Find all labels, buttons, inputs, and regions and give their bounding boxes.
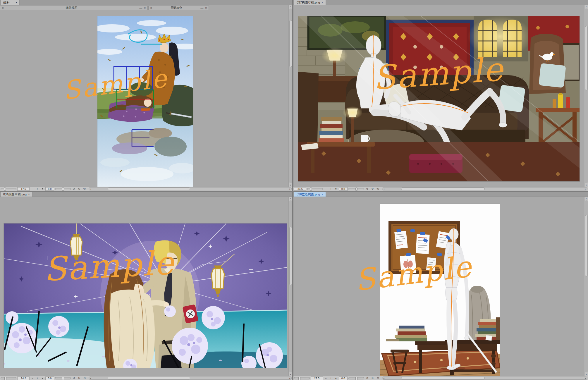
rotate-cw-button[interactable]: ↻ (77, 187, 81, 190)
document-tab-034[interactable]: 034氛围草稿.png × (1, 192, 32, 197)
scroll-up-icon[interactable]: ▴ (586, 197, 587, 200)
zoom-value[interactable]: 34.5 (294, 187, 306, 191)
scroll-right-icon[interactable]: ▸ (584, 377, 587, 379)
horizontal-scrollbar[interactable]: ◂ ▸ (382, 376, 587, 380)
close-tab-icon[interactable]: × (28, 193, 30, 196)
fit-to-screen-button[interactable]: ■ (334, 376, 338, 380)
zoom-in-button[interactable]: + (329, 376, 333, 380)
close-tab-icon[interactable]: × (321, 193, 323, 196)
zoom-value[interactable]: 24.2 (17, 376, 30, 380)
document-tab-036-active[interactable]: 036立绘构图.png × (294, 192, 326, 197)
panel-title: 辅助视图 (6, 6, 137, 10)
fit-to-screen-button[interactable]: ■ (40, 187, 44, 191)
floating-panel-reference[interactable]: ≡ 圣诞舞会 — × (148, 6, 209, 10)
fit-to-screen-button[interactable]: ■ (40, 376, 44, 380)
close-icon[interactable]: × (205, 6, 207, 10)
zoom-value[interactable]: 17.6 (17, 187, 30, 191)
horizontal-scrollbar[interactable]: ◂ ▸ (89, 376, 292, 380)
scroll-left-icon[interactable]: ◂ (382, 377, 385, 379)
navigation-bar: 17.6 − + ■ 0.0 ↺ ↻ ⟲ ◂ ▸ (0, 187, 292, 191)
scroll-up-icon[interactable]: ▴ (290, 5, 291, 8)
vertical-scrollbar[interactable]: ▴ ▾ (288, 5, 292, 187)
scroll-left-icon[interactable]: ◂ (382, 188, 385, 190)
zoom-slider[interactable] (1, 377, 16, 379)
horizontal-scrollbar[interactable]: ◂ ▸ (382, 187, 587, 190)
wooden-chair (298, 72, 319, 144)
artwork-3d-couch-scene (298, 16, 580, 181)
scroll-right-icon[interactable]: ▸ (288, 377, 291, 379)
artwork-canvas (298, 16, 580, 181)
zoom-slider[interactable] (307, 188, 323, 190)
navigation-bar: 27.5 − + ■ 0.0 ↺ ↻ ⟲ ◂ ▸ (293, 376, 588, 380)
artwork-canvas (380, 204, 500, 376)
artwork-canvas (4, 223, 287, 368)
zoom-out-button[interactable]: − (324, 376, 328, 380)
fit-to-screen-button[interactable]: ■ (334, 187, 338, 191)
scroll-down-icon[interactable]: ▾ (586, 373, 587, 376)
scroll-right-icon[interactable]: ▸ (288, 188, 291, 190)
document-tab-bar: 035* ● (0, 0, 292, 5)
menu-icon[interactable]: ≡ (150, 6, 152, 10)
rotation-value[interactable]: 0.0 (45, 376, 54, 380)
zoom-value[interactable]: 27.5 (311, 376, 323, 380)
canvas-area[interactable]: Sample (293, 5, 584, 187)
reset-rotation-button[interactable]: ⟲ (376, 187, 380, 190)
zoom-slider[interactable] (1, 188, 16, 190)
document-tab-035[interactable]: 035* ● (1, 0, 20, 5)
zoom-out-button[interactable]: − (324, 187, 328, 191)
rotate-ccw-button[interactable]: ↺ (365, 376, 369, 380)
minimize-icon[interactable]: — (139, 6, 142, 10)
rotate-cw-button[interactable]: ↻ (77, 376, 81, 380)
document-tab-037[interactable]: 037构图草稿.png × (294, 0, 326, 5)
canvas-area[interactable]: Sample (0, 197, 288, 376)
scroll-right-icon[interactable]: ▸ (584, 188, 587, 190)
panel-title: 圣诞舞会 (154, 6, 199, 10)
artwork-canvas (97, 16, 193, 187)
zoom-slider[interactable] (294, 377, 310, 379)
minimize-icon[interactable]: — (200, 6, 203, 10)
close-tab-icon[interactable]: × (321, 1, 323, 4)
reset-rotation-button[interactable]: ⟲ (82, 187, 87, 190)
zoom-in-button[interactable]: + (329, 187, 333, 191)
scroll-left-icon[interactable]: ◂ (89, 188, 92, 190)
rotate-cw-button[interactable]: ↻ (370, 187, 375, 190)
reset-rotation-button[interactable]: ⟲ (376, 376, 380, 380)
canvas-area[interactable]: Sample (0, 5, 288, 187)
scroll-up-icon[interactable]: ▴ (290, 197, 291, 200)
menu-icon[interactable]: ≡ (2, 6, 4, 10)
zoom-in-button[interactable]: + (35, 187, 39, 191)
rotate-cw-button[interactable]: ↻ (370, 376, 375, 380)
scroll-up-icon[interactable]: ▴ (586, 5, 587, 8)
rotation-value[interactable]: 0.0 (45, 187, 54, 191)
close-icon[interactable]: × (144, 6, 146, 10)
reset-rotation-button[interactable]: ⟲ (82, 376, 87, 380)
scroll-down-icon[interactable]: ▾ (290, 183, 291, 187)
rotation-value[interactable]: 0.0 (339, 187, 348, 191)
vertical-scrollbar[interactable]: ▴ ▾ (288, 197, 292, 376)
rotation-value[interactable]: 0.0 (339, 376, 348, 380)
zoom-out-button[interactable]: − (30, 187, 35, 191)
tab-label: 034氛围草稿.png (3, 192, 27, 197)
rotation-slider[interactable] (55, 377, 71, 379)
zoom-in-button[interactable]: + (35, 376, 39, 380)
document-tab-bar: 037构图草稿.png × (293, 0, 588, 5)
scroll-left-icon[interactable]: ◂ (89, 377, 92, 379)
horizontal-scrollbar[interactable]: ◂ ▸ (89, 187, 292, 190)
rotation-slider[interactable] (348, 188, 364, 190)
vertical-scrollbar[interactable]: ▴ ▾ (584, 5, 588, 187)
stained-glass-windows (468, 16, 532, 61)
rotate-ccw-button[interactable]: ↺ (72, 187, 76, 190)
tab-label: 035* (3, 1, 10, 4)
rotation-slider[interactable] (348, 377, 364, 379)
zoom-out-button[interactable]: − (30, 376, 35, 380)
canvas-pane-top-left: 035* ● ≡ 辅助视图 — × ≡ 圣诞舞会 — × (0, 0, 292, 191)
scroll-down-icon[interactable]: ▾ (586, 183, 587, 187)
vertical-scrollbar[interactable]: ▴ ▾ (584, 197, 588, 376)
canvas-area[interactable]: Sample (293, 197, 584, 376)
rotation-slider[interactable] (55, 188, 71, 190)
canvas-pane-bottom-right: 036立绘构图.png × (293, 192, 588, 380)
floating-panel-subview[interactable]: ≡ 辅助视图 — × (0, 6, 148, 10)
rotate-ccw-button[interactable]: ↺ (72, 376, 76, 380)
scroll-down-icon[interactable]: ▾ (290, 373, 291, 376)
rotate-ccw-button[interactable]: ↺ (365, 187, 369, 190)
